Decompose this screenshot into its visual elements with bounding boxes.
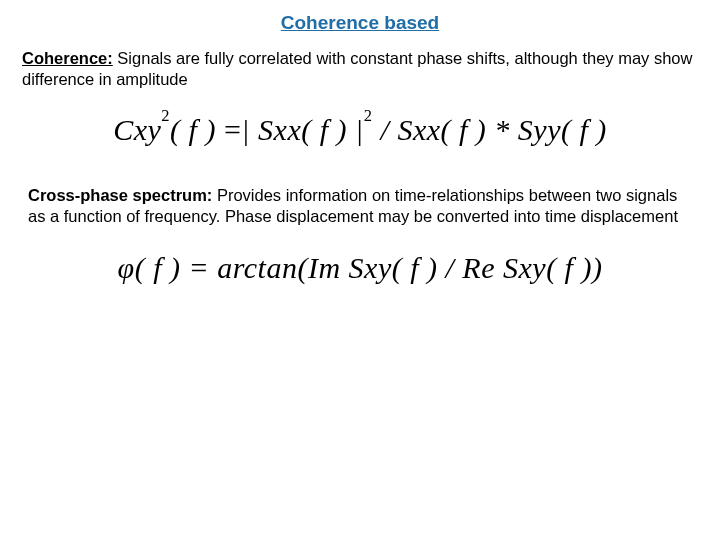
coherence-definition: Coherence: Signals are fully correlated … (22, 48, 698, 89)
formula1-sq2: 2 (364, 106, 373, 125)
formula2-text: φ( f ) = arctan(Im Sxy( f ) / Re Sxy( f … (118, 251, 603, 284)
cross-phase-term: Cross-phase spectrum: (28, 186, 212, 204)
formula1-lhs: Cxy (113, 113, 161, 146)
formula1-sq1: 2 (161, 106, 170, 125)
formula1-mid: ( f ) =| Sxx( f ) | (170, 113, 364, 146)
coherence-body: Signals are fully correlated with consta… (22, 49, 692, 88)
slide: Coherence based Coherence: Signals are f… (0, 0, 720, 540)
formula1-rhs: / Sxx( f ) * Syy( f ) (373, 113, 607, 146)
cross-phase-definition: Cross-phase spectrum: Provides informati… (28, 185, 692, 226)
cross-phase-formula: φ( f ) = arctan(Im Sxy( f ) / Re Sxy( f … (22, 251, 698, 285)
slide-title: Coherence based (22, 12, 698, 34)
coherence-term: Coherence: (22, 49, 113, 67)
coherence-formula: Cxy2( f ) =| Sxx( f ) |2 / Sxx( f ) * Sy… (22, 113, 698, 147)
